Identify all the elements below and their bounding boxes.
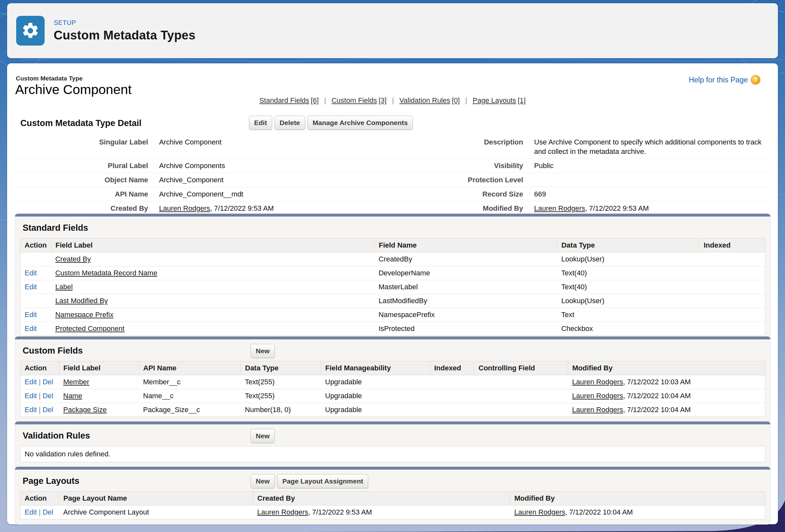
created-datetime: , 7/12/2022 9:53 AM [210, 204, 274, 212]
created-by-user-link[interactable]: Lauren Rodgers [159, 204, 210, 212]
table-row: Created By CreatedBy Lookup(User) [20, 252, 765, 266]
table-row: Edit|Del Package Size Package_Size__c Nu… [20, 403, 765, 417]
custom-fields-heading: Custom Fields [20, 343, 765, 361]
modified-by-user-link[interactable]: Lauren Rodgers [572, 392, 623, 400]
field-value: Use Archive Component to specify which a… [523, 135, 768, 158]
page-title: Archive Component [15, 82, 132, 97]
col-data-type: Data Type [241, 361, 321, 375]
modified-datetime: , 7/12/2022 9:53 AM [585, 204, 649, 212]
table-header-row: Action Field Label API Name Data Type Fi… [20, 361, 765, 375]
field-label-link[interactable]: Protected Component [55, 325, 125, 333]
api-name-cell: Member__c [139, 375, 241, 389]
new-custom-field-button[interactable]: New [251, 344, 275, 358]
setup-icon-tile [16, 16, 45, 46]
new-validation-rule-button[interactable]: New [251, 429, 275, 443]
modified-by-cell: Lauren Rodgers, 7/12/2022 10:03 AM [568, 375, 765, 389]
custom-fields-section: Custom Fields New Action Field Label API… [15, 337, 770, 422]
edit-link[interactable]: Edit [25, 406, 37, 414]
standard-fields-section: Standard Fields Action Field Label Field… [15, 214, 770, 341]
field-name-cell: LastModifiedBy [374, 294, 557, 308]
data-type-cell: Lookup(User) [557, 252, 699, 266]
section-top-bar [15, 213, 770, 217]
quicklink-page-layouts[interactable]: Page Layouts[1] [473, 96, 526, 104]
created-by-user-link[interactable]: Lauren Rodgers [257, 508, 308, 516]
detail-section-heading: Custom Metadata Type Detail [20, 118, 142, 128]
api-name-cell: Name__c [139, 389, 241, 403]
edit-link[interactable]: Edit [25, 325, 37, 333]
field-label-link[interactable]: Created By [55, 255, 91, 263]
modified-by-user-link[interactable]: Lauren Rodgers [534, 204, 585, 212]
col-action: Action [20, 238, 51, 252]
help-question-icon[interactable]: ? [751, 75, 760, 85]
col-field-label: Field Label [59, 361, 139, 375]
edit-link[interactable]: Edit [25, 508, 37, 516]
field-name-cell: MasterLabel [374, 280, 557, 294]
field-label-link[interactable]: Member [64, 378, 90, 386]
edit-link[interactable]: Edit [25, 269, 37, 277]
field-label-link[interactable]: Name [64, 392, 82, 400]
modified-by-cell: Lauren Rodgers, 7/12/2022 10:04 AM [568, 389, 765, 403]
indexed-cell [699, 252, 765, 266]
quicklink-standard-fields[interactable]: Standard Fields[6] [259, 96, 319, 104]
field-label-link[interactable]: Last Modified By [55, 297, 108, 305]
col-modified-by: Modified By [510, 491, 765, 506]
quicklink-validation-rules[interactable]: Validation Rules[0] [399, 96, 460, 104]
standard-fields-heading: Standard Fields [20, 221, 765, 238]
help-for-this-page-link[interactable]: Help for this Page ? [689, 75, 760, 85]
gear-icon [21, 21, 40, 40]
edit-link[interactable]: Edit [25, 392, 37, 400]
data-type-cell: Number(18, 0) [241, 403, 321, 417]
delete-button[interactable]: Delete [275, 116, 305, 130]
field-label: Singular Label [16, 135, 148, 158]
page-layout-assignment-button[interactable]: Page Layout Assignment [277, 474, 368, 488]
edit-link[interactable]: Edit [25, 283, 37, 291]
edit-button[interactable]: Edit [249, 116, 272, 130]
col-api-name: API Name [139, 361, 241, 375]
data-type-cell: Checkbox [557, 322, 699, 336]
table-row: Edit Custom Metadata Record Name Develop… [20, 266, 765, 280]
field-label: Plural Label [16, 159, 148, 173]
del-link[interactable]: Del [43, 378, 53, 386]
new-page-layout-button[interactable]: New [251, 474, 275, 488]
field-label: Protection Level [371, 173, 523, 187]
table-row: Edit Protected Component IsProtected Che… [20, 322, 765, 336]
modified-by-user-link[interactable]: Lauren Rodgers [514, 508, 565, 516]
setup-eyebrow: SETUP [54, 19, 195, 26]
help-link-label[interactable]: Help for this Page [689, 76, 748, 84]
indexed-cell [699, 294, 765, 308]
del-link[interactable]: Del [43, 392, 53, 400]
modified-by-cell: Lauren Rodgers, 7/12/2022 10:04 AM [568, 403, 765, 417]
field-name-cell: IsProtected [374, 322, 557, 336]
edit-link[interactable]: Edit [25, 378, 37, 386]
field-value: Archive_Component__mdt [148, 187, 371, 201]
section-top-bar [15, 422, 770, 424]
data-type-cell: Text(40) [557, 266, 699, 280]
del-link[interactable]: Del [43, 508, 53, 516]
field-value: Public [523, 159, 768, 173]
validation-rules-section: Validation Rules New No validation rules… [15, 422, 770, 467]
field-value: Lauren Rodgers, 7/12/2022 9:53 AM [148, 201, 371, 215]
field-label-link[interactable]: Custom Metadata Record Name [55, 269, 157, 277]
table-header-row: Action Page Layout Name Created By Modif… [20, 491, 765, 506]
custom-fields-table: Action Field Label API Name Data Type Fi… [20, 361, 765, 417]
modified-by-user-link[interactable]: Lauren Rodgers [572, 378, 623, 386]
col-action: Action [20, 361, 59, 375]
edit-link[interactable]: Edit [25, 311, 37, 319]
table-row: Last Modified By LastModifiedBy Lookup(U… [20, 294, 765, 308]
del-link[interactable]: Del [43, 406, 53, 414]
col-modified-by: Modified By [568, 361, 765, 375]
field-label-link[interactable]: Label [55, 283, 73, 291]
manage-archive-components-button[interactable]: Manage Archive Components [307, 116, 413, 130]
controlling-field-cell [474, 403, 568, 417]
indexed-cell [699, 266, 765, 280]
data-type-cell: Text(255) [241, 375, 321, 389]
quicklink-custom-fields[interactable]: Custom Fields[3] [331, 96, 386, 104]
controlling-field-cell [474, 375, 568, 389]
table-row: Edit|Del Name Name__c Text(255) Upgradab… [20, 389, 765, 403]
field-label-link[interactable]: Namespace Prefix [55, 311, 113, 319]
modified-by-user-link[interactable]: Lauren Rodgers [572, 406, 623, 414]
field-label: Created By [16, 201, 148, 215]
field-label-link[interactable]: Package Size [64, 406, 107, 414]
section-quick-links: Standard Fields[6]|Custom Fields[3]|Vali… [7, 96, 778, 105]
field-name-cell: NamespacePrefix [374, 308, 557, 322]
